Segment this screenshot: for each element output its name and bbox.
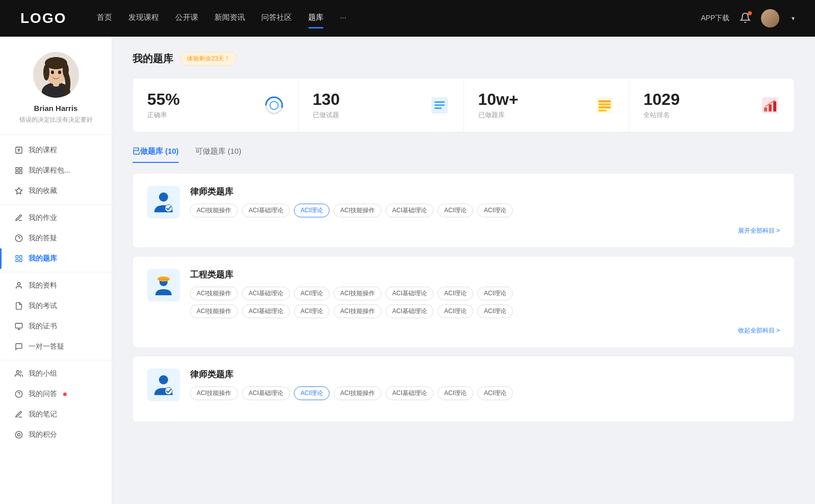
nav-open-courses[interactable]: 公开课 — [175, 13, 198, 24]
tag-item[interactable]: ACI理论 — [438, 386, 473, 400]
stats-row: 55% 正确率 130 已做试题 — [132, 78, 795, 132]
tag-item-active[interactable]: ACI理论 — [294, 204, 330, 217]
tag-item[interactable]: ACI理论 — [477, 386, 513, 400]
tab-available-banks[interactable]: 可做题库 (10) — [195, 147, 241, 162]
sidebar-item-homework[interactable]: 我的作业 — [0, 208, 112, 228]
tag-item[interactable]: ACI基础理论 — [242, 304, 290, 318]
tab-done-banks[interactable]: 已做题库 (10) — [132, 147, 179, 162]
nav-question-bank[interactable]: 题库 — [308, 13, 323, 24]
svg-point-47 — [159, 375, 168, 384]
tag-item[interactable]: ACI理论 — [477, 287, 513, 300]
trial-badge: 体验剩余23天！ — [180, 52, 237, 66]
favorites-icon — [14, 186, 23, 195]
sidebar-label-certificates: 我的证书 — [29, 322, 57, 331]
tag-item[interactable]: ACI理论 — [477, 304, 513, 318]
avatar-illustration — [33, 52, 79, 98]
user-avatar[interactable] — [761, 9, 779, 27]
svg-rect-36 — [599, 106, 611, 108]
qbank-card-lawyer-2: 律师类题库 ACI技能操作 ACI基础理论 ACI理论 ACI技能操作 ACI基… — [132, 356, 795, 422]
sidebar-item-my-questions[interactable]: 我的答疑 — [0, 228, 112, 248]
tag-item[interactable]: ACI理论 — [438, 304, 473, 318]
tag-item[interactable]: ACI技能操作 — [334, 386, 382, 400]
sidebar-profile: Brian Harris 错误的决定比没有决定要好 — [0, 52, 112, 135]
tag-item[interactable]: ACI技能操作 — [190, 386, 238, 400]
svg-rect-16 — [16, 256, 18, 258]
qbank-icon-lawyer-2 — [147, 369, 180, 401]
sidebar-item-one-on-one[interactable]: 一对一答疑 — [0, 337, 112, 357]
exams-icon — [14, 301, 23, 311]
svg-point-8 — [58, 71, 61, 74]
notification-bell[interactable] — [740, 12, 751, 25]
stat-done-questions: 130 已做试题 — [298, 78, 464, 132]
page-layout: Brian Harris 错误的决定比没有决定要好 我的课程 我的课程包... — [0, 37, 815, 504]
user-menu-chevron[interactable]: ▾ — [792, 15, 795, 22]
svg-rect-17 — [19, 256, 22, 258]
tag-item[interactable]: ACI基础理论 — [386, 287, 433, 300]
tag-item[interactable]: ACI技能操作 — [334, 204, 382, 217]
tag-item[interactable]: ACI理论 — [438, 287, 473, 300]
qbank-name-lawyer-1: 律师类题库 — [190, 186, 780, 198]
courses-icon — [14, 146, 23, 155]
tag-item[interactable]: ACI技能操作 — [334, 304, 382, 318]
tag-item[interactable]: ACI技能操作 — [190, 304, 238, 318]
sidebar-label-course-packages: 我的课程包... — [29, 166, 70, 175]
qbank-card-lawyer-1: 律师类题库 ACI技能操作 ACI基础理论 ACI理论 ACI技能操作 ACI基… — [132, 173, 795, 248]
nav-discover[interactable]: 发现课程 — [128, 13, 159, 24]
sidebar-label-favorites: 我的收藏 — [29, 186, 57, 195]
sidebar-label-exams: 我的考试 — [29, 301, 57, 311]
tag-item[interactable]: ACI基础理论 — [242, 204, 290, 217]
tag-item[interactable]: ACI理论 — [477, 204, 513, 217]
nav-qa[interactable]: 问答社区 — [261, 13, 292, 24]
nav-news[interactable]: 新闻资讯 — [214, 13, 245, 24]
svg-rect-32 — [434, 107, 442, 109]
tag-item[interactable]: ACI基础理论 — [242, 287, 290, 300]
sidebar-item-points[interactable]: 我的积分 — [0, 425, 112, 445]
tag-item[interactable]: ACI理论 — [294, 304, 330, 318]
tag-item[interactable]: ACI技能操作 — [190, 287, 238, 300]
tag-item[interactable]: ACI基础理论 — [386, 304, 433, 318]
sidebar-item-course-packages[interactable]: 我的课程包... — [0, 160, 112, 181]
profile-icon — [14, 281, 23, 290]
svg-marker-14 — [15, 187, 22, 194]
svg-point-24 — [15, 431, 22, 438]
sidebar-item-groups[interactable]: 我的小组 — [0, 363, 112, 384]
sidebar-label-notes: 我的笔记 — [29, 410, 57, 419]
sidebar-item-courses[interactable]: 我的课程 — [0, 140, 112, 160]
sidebar-label-my-questions: 我的答疑 — [29, 234, 57, 243]
tag-item[interactable]: ACI技能操作 — [334, 287, 382, 300]
sidebar-item-profile[interactable]: 我的资料 — [0, 275, 112, 296]
tag-item[interactable]: ACI理论 — [294, 287, 330, 300]
sidebar-label-homework: 我的作业 — [29, 213, 57, 222]
my-questions-icon — [14, 234, 23, 243]
sidebar-item-certificates[interactable]: 我的证书 — [0, 316, 112, 337]
sidebar-label-one-on-one: 一对一答疑 — [29, 342, 64, 351]
sidebar-item-question-bank[interactable]: 我的题库 — [0, 248, 112, 269]
tabs-bar: 已做题库 (10) 可做题库 (10) — [132, 147, 795, 163]
tag-item[interactable]: ACI基础理论 — [386, 204, 433, 217]
svg-point-28 — [270, 101, 278, 109]
collapse-link-engineer[interactable]: 收起全部科目 > — [738, 326, 780, 335]
tag-item[interactable]: ACI基础理论 — [242, 386, 290, 400]
done-banks-icon — [595, 96, 614, 115]
sidebar-item-notes[interactable]: 我的笔记 — [0, 404, 112, 425]
tag-item[interactable]: ACI基础理论 — [386, 386, 433, 400]
tag-item[interactable]: ACI技能操作 — [190, 204, 238, 217]
nav-home[interactable]: 首页 — [97, 13, 112, 24]
logo: LOGO — [20, 10, 66, 26]
sidebar-item-my-qa[interactable]: 我的问答 — [0, 384, 112, 404]
tag-item[interactable]: ACI理论 — [438, 204, 473, 217]
sidebar-label-profile: 我的资料 — [29, 281, 57, 290]
homework-icon — [14, 213, 23, 222]
svg-rect-12 — [16, 171, 18, 174]
tag-item-active[interactable]: ACI理论 — [294, 386, 330, 400]
qbank-name-engineer: 工程类题库 — [190, 269, 780, 281]
sidebar-item-favorites[interactable]: 我的收藏 — [0, 181, 112, 201]
stat-site-rank: 1029 全站排名 — [629, 78, 794, 132]
svg-rect-18 — [16, 259, 18, 262]
qbank-card-engineer: 工程类题库 ACI技能操作 ACI基础理论 ACI理论 ACI技能操作 ACI基… — [132, 256, 795, 348]
app-download-link[interactable]: APP下载 — [701, 14, 729, 23]
expand-link-lawyer-1[interactable]: 展开全部科目 > — [738, 227, 780, 235]
sidebar-item-exams[interactable]: 我的考试 — [0, 296, 112, 316]
qbank-name-lawyer-2: 律师类题库 — [190, 369, 780, 380]
nav-more[interactable]: ··· — [340, 13, 346, 24]
